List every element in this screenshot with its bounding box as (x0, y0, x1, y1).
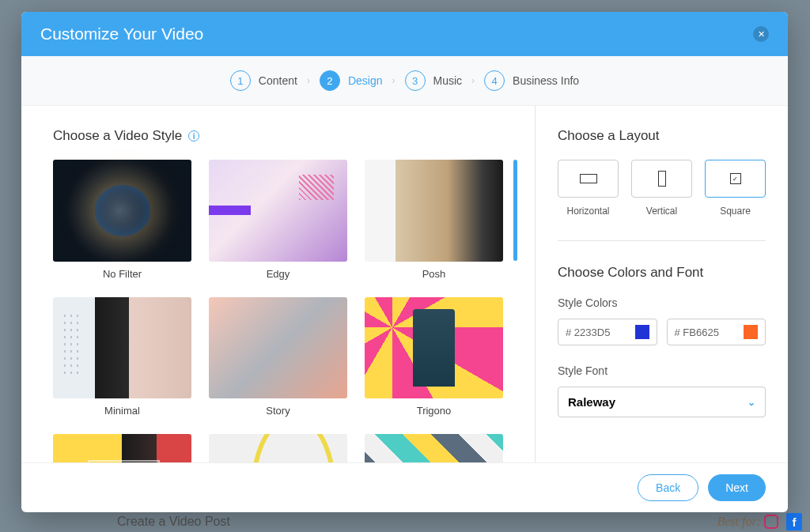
layout-font-panel: Choose a Layout Horizontal Vertical ✓ Sq… (535, 106, 788, 462)
font-label: Style Font (558, 364, 766, 377)
color-hex: # 2233D5 (566, 326, 610, 338)
style-thumbnail (209, 297, 347, 399)
style-thumbnail (209, 434, 347, 462)
info-icon[interactable]: i (188, 130, 199, 141)
styles-grid: No Filter Edgy Posh Minimal Story (53, 160, 503, 462)
section-title: Choose a Video Style i (53, 128, 503, 144)
style-card[interactable] (365, 434, 503, 462)
style-thumbnail (365, 160, 503, 262)
step-design[interactable]: 2 Design (320, 70, 383, 91)
style-name: Edgy (209, 268, 347, 280)
font-value: Raleway (568, 395, 615, 409)
modal-body: Choose a Video Style i No Filter Edgy Po… (21, 106, 788, 462)
step-number: 4 (484, 70, 505, 91)
next-button[interactable]: Next (708, 474, 766, 501)
customize-video-modal: Customize Your Video ✕ 1 Content › 2 Des… (21, 12, 788, 512)
layout-horizontal[interactable]: Horizontal (558, 160, 619, 217)
style-no-filter[interactable]: No Filter (53, 160, 191, 280)
style-name: Posh (365, 268, 503, 280)
layout-label: Horizontal (558, 206, 619, 217)
step-number: 1 (230, 70, 251, 91)
video-style-panel: Choose a Video Style i No Filter Edgy Po… (21, 106, 535, 462)
font-select[interactable]: Raleway ⌄ (558, 387, 766, 417)
step-content[interactable]: 1 Content (230, 70, 297, 91)
style-thumbnail (209, 160, 347, 262)
step-label: Music (433, 74, 463, 87)
style-trigono[interactable]: Trigono (365, 297, 503, 417)
style-thumbnail (53, 160, 191, 262)
section-title: Choose a Layout (558, 128, 766, 144)
close-button[interactable]: ✕ (753, 26, 769, 42)
layout-box (558, 160, 619, 198)
layout-label: Square (705, 206, 766, 217)
style-thumbnail (365, 434, 503, 462)
style-thumbnail (53, 434, 191, 462)
close-icon: ✕ (758, 29, 765, 40)
facebook-icon: f (786, 513, 802, 530)
color-input-1[interactable]: # 2233D5 (558, 319, 657, 345)
section-title-text: Choose a Video Style (53, 128, 182, 144)
instagram-icon (764, 515, 778, 529)
wizard-stepper: 1 Content › 2 Design › 3 Music › 4 Busin… (21, 56, 788, 106)
style-posh[interactable]: Posh (365, 160, 503, 280)
chevron-down-icon: ⌄ (748, 397, 755, 408)
layout-vertical[interactable]: Vertical (631, 160, 692, 217)
style-name: No Filter (53, 268, 191, 280)
square-icon: ✓ (730, 173, 741, 184)
scrollbar[interactable] (513, 160, 517, 261)
style-name: Minimal (53, 405, 191, 417)
step-music[interactable]: 3 Music (405, 70, 463, 91)
style-card[interactable] (209, 434, 347, 462)
layout-options: Horizontal Vertical ✓ Square (558, 160, 766, 241)
color-hex: # FB6625 (675, 326, 719, 338)
horizontal-icon (580, 174, 597, 183)
vertical-icon (658, 171, 666, 187)
step-label: Design (348, 74, 383, 87)
style-edgy[interactable]: Edgy (209, 160, 347, 280)
color-swatch (744, 325, 758, 339)
style-story[interactable]: Story (209, 297, 347, 417)
back-button[interactable]: Back (638, 474, 698, 501)
style-name: Trigono (365, 405, 503, 417)
layout-box: ✓ (705, 160, 766, 198)
modal-header: Customize Your Video ✕ (21, 12, 788, 56)
color-input-2[interactable]: # FB6625 (667, 319, 766, 345)
layout-square[interactable]: ✓ Square (705, 160, 766, 217)
colors-row: # 2233D5 # FB6625 (558, 319, 766, 345)
style-minimal[interactable]: Minimal (53, 297, 191, 417)
section-title: Choose Colors and Font (558, 265, 766, 281)
chevron-right-icon: › (471, 75, 475, 86)
style-thumbnail (53, 297, 191, 399)
layout-label: Vertical (631, 206, 692, 217)
step-number: 2 (320, 70, 340, 91)
chevron-right-icon: › (392, 75, 396, 86)
background-text: Create a Video Post (117, 515, 230, 529)
style-thumbnail (365, 297, 503, 399)
background-text: Best for: (717, 515, 761, 529)
style-name: Story (209, 405, 347, 417)
modal-title: Customize Your Video (40, 25, 203, 43)
modal-footer: Back Next (21, 462, 788, 512)
chevron-right-icon: › (307, 75, 310, 86)
colors-label: Style Colors (558, 296, 766, 309)
style-card[interactable] (53, 434, 191, 462)
step-label: Content (259, 74, 297, 87)
step-number: 3 (405, 70, 426, 91)
layout-box (631, 160, 692, 198)
step-label: Business Info (513, 74, 579, 87)
step-business-info[interactable]: 4 Business Info (484, 70, 579, 91)
color-swatch (635, 325, 649, 339)
